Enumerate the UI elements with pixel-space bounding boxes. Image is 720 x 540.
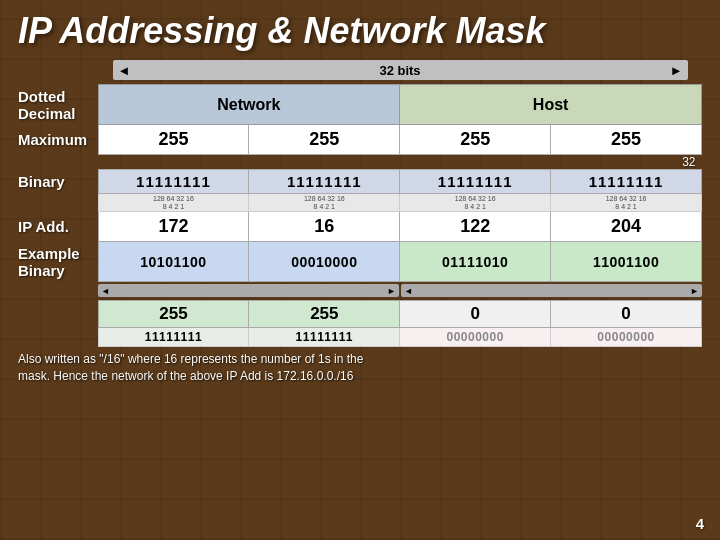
ex-bin-4: 11001100 <box>551 242 702 282</box>
mask-bin-2: 11111111 <box>249 328 400 347</box>
ex-bin-2: 00010000 <box>249 242 400 282</box>
binary-val-2: 11111111 <box>249 170 400 194</box>
ip-val-4: 204 <box>551 212 702 242</box>
max-val-2: 255 <box>249 125 400 155</box>
mask-val-2: 255 <box>249 301 400 328</box>
slide: IP Addressing & Network Mask 32 bits Dot… <box>0 0 720 540</box>
page-number: 4 <box>696 515 704 532</box>
host-cell: Host <box>400 85 702 125</box>
ip-val-1: 172 <box>98 212 249 242</box>
bit-positions-row: 128 64 32 168 4 2 1 128 64 32 168 4 2 1 … <box>18 194 702 212</box>
mask-bin-3: 00000000 <box>400 328 551 347</box>
mask-val-3: 0 <box>400 301 551 328</box>
bits-32-note: 32 <box>98 155 702 170</box>
ip-add-row: IP Add. 172 16 122 204 <box>18 212 702 242</box>
ex-bin-3: 01111010 <box>400 242 551 282</box>
note-line2: mask. Hence the network of the above IP … <box>18 369 353 383</box>
mask-bin-4: 00000000 <box>551 328 702 347</box>
mask-bin-1: 11111111 <box>98 328 249 347</box>
mask-binary-row: 11111111 11111111 00000000 00000000 <box>18 328 702 347</box>
bottom-note: Also written as "/16" where 16 represent… <box>18 351 702 385</box>
small-arrow-2: ◄ ► <box>401 284 702 297</box>
example-binary-row: ExampleBinary 10101100 00010000 01111010… <box>18 242 702 282</box>
small-arrow-1: ◄ ► <box>98 284 399 297</box>
max-val-3: 255 <box>400 125 551 155</box>
ip-val-2: 16 <box>249 212 400 242</box>
binary-val-4: 11111111 <box>551 170 702 194</box>
note-line1: Also written as "/16" where 16 represent… <box>18 352 363 366</box>
bit-pos-4: 128 64 32 168 4 2 1 <box>551 194 702 212</box>
bit-pos-1: 128 64 32 168 4 2 1 <box>98 194 249 212</box>
example-binary-label: ExampleBinary <box>18 242 98 282</box>
bit-pos-3: 128 64 32 168 4 2 1 <box>400 194 551 212</box>
max-val-1: 255 <box>98 125 249 155</box>
binary-val-1: 11111111 <box>98 170 249 194</box>
slide-title: IP Addressing & Network Mask <box>18 10 702 52</box>
binary-row: Binary 11111111 11111111 11111111 111111… <box>18 170 702 194</box>
maximum-label: Maximum <box>18 125 98 155</box>
binary-val-3: 11111111 <box>400 170 551 194</box>
bits-arrow: 32 bits <box>113 60 688 80</box>
mask-value-row: 255 255 0 0 <box>18 301 702 328</box>
network-cell: Network <box>98 85 400 125</box>
maximum-row: Maximum 255 255 255 255 <box>18 125 702 155</box>
mask-val-1: 255 <box>98 301 249 328</box>
dotted-decimal-label: DottedDecimal <box>18 85 98 125</box>
dotted-decimal-row: DottedDecimal Network Host <box>18 85 702 125</box>
small-arrows: ◄ ► ◄ ► <box>98 284 702 297</box>
bits-label: 32 bits <box>379 63 420 78</box>
binary-label: Binary <box>18 170 98 194</box>
bits-arrow-container: 32 bits <box>98 60 702 80</box>
ex-bin-1: 10101100 <box>98 242 249 282</box>
bit-pos-2: 128 64 32 168 4 2 1 <box>249 194 400 212</box>
ip-add-label: IP Add. <box>18 212 98 242</box>
max-val-4: 255 <box>551 125 702 155</box>
bits32-spacer: 32 <box>18 155 702 170</box>
ip-val-3: 122 <box>400 212 551 242</box>
mask-val-4: 0 <box>551 301 702 328</box>
